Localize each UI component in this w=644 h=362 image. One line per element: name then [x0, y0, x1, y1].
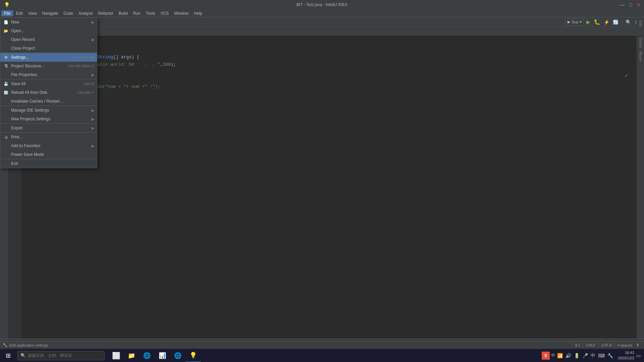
ime-label[interactable]: 中 — [551, 353, 555, 358]
system-tray: S 中 📶 🔊 🔋 🎤 中 ⌨ 🔧 16:42 2020/12/2 ▭ — [542, 350, 644, 361]
search-bar[interactable]: 🔍 — [17, 351, 105, 360]
show-desktop[interactable]: ▭ — [636, 352, 641, 359]
menu-item-file-properties[interactable]: File Properties ▶ — [0, 70, 97, 79]
taskbar-app-intellij[interactable]: 💡 — [186, 349, 201, 362]
profile-button[interactable]: 🔄 — [612, 19, 620, 25]
menu-item-manage-ide[interactable]: Manage IDE Settings ▶ — [0, 106, 97, 115]
status-sep-2 — [583, 343, 583, 348]
search-icon: 🔍 — [20, 353, 26, 358]
tray-battery[interactable]: 🔋 — [573, 352, 580, 359]
settings-shortcut: Ctrl+Alt+S — [73, 55, 90, 59]
menu-item-export[interactable]: Export ▶ — [0, 124, 97, 132]
project-structure-icon: 🏗 — [3, 63, 9, 69]
line-ending[interactable]: CRLF — [584, 343, 598, 347]
menu-edit[interactable]: Edit — [13, 10, 25, 16]
maximize-button[interactable]: □ — [628, 2, 633, 7]
search-everywhere-btn[interactable]: 🔍 — [625, 19, 632, 25]
tray-volume[interactable]: 🔊 — [565, 352, 572, 359]
new-projects-label: New Projects Settings — [11, 117, 90, 121]
close-button[interactable]: ✕ — [636, 2, 641, 7]
exit-icon — [3, 161, 9, 167]
menu-item-invalidate[interactable]: Invalidate Caches / Restart... — [0, 97, 97, 106]
menu-item-save-all[interactable]: 💾 Save All Ctrl+S — [0, 79, 97, 88]
tray-network[interactable]: 📶 — [556, 352, 564, 359]
code-editor[interactable]: public class Test { public static void m… — [21, 36, 637, 108]
menu-vcs[interactable]: VCS — [158, 10, 172, 16]
taskbar-app-matlab[interactable]: 📊 — [155, 349, 170, 362]
menu-item-settings[interactable]: ⚙ Settings... Ctrl+Alt+S ▶ — [0, 53, 97, 62]
recent-arrow: ▶ — [92, 38, 94, 42]
coverage-button[interactable]: ⚡ — [603, 19, 610, 25]
menu-view[interactable]: View — [25, 10, 40, 16]
clock-date: 2020/12/2 — [618, 356, 634, 361]
menu-item-exit[interactable]: Exit — [0, 159, 97, 168]
debug-button[interactable]: 🐛 — [593, 19, 601, 25]
taskbar-app-explorer[interactable]: 📁 — [124, 349, 139, 362]
gradle-panel[interactable]: Gradle — [638, 37, 643, 49]
tray-extra[interactable]: 🔧 — [607, 352, 614, 359]
settings-label: Settings... — [11, 55, 73, 60]
new-arrow: ▶ — [92, 20, 94, 24]
tray-mic[interactable]: 🎤 — [582, 352, 589, 359]
menu-file[interactable]: File — [1, 10, 13, 16]
indent-settings[interactable]: 4 spaces — [615, 343, 634, 347]
menu-build[interactable]: Build — [116, 10, 130, 16]
menu-item-reload[interactable]: 🔄 Reload All from Disk Ctrl+Alt+Y — [0, 88, 97, 97]
dropdown-icon: ▾ — [580, 20, 582, 24]
add-favorites-label: Add to Favorites — [11, 143, 90, 148]
menu-run[interactable]: Run — [130, 10, 143, 16]
taskbar-apps: ⬜ 📁 🌐 📊 🌐 💡 — [109, 349, 201, 362]
menu-item-new-projects[interactable]: New Projects Settings ▶ — [0, 115, 97, 123]
encoding[interactable]: UTF-8 — [599, 343, 614, 347]
upload-icon[interactable]: ⬆ — [634, 343, 641, 347]
save-icon: 💾 — [3, 81, 9, 87]
system-clock[interactable]: 16:42 2020/12/2 — [618, 350, 634, 361]
search-input[interactable] — [28, 353, 95, 358]
settings-hint[interactable]: 🔧 — [3, 343, 7, 347]
status-sep-3 — [598, 343, 599, 348]
menu-navigate[interactable]: Navigate — [40, 10, 61, 16]
ime-indicator[interactable]: S — [542, 352, 550, 360]
file-properties-label: File Properties — [11, 72, 90, 77]
invalidate-icon — [3, 98, 9, 104]
menu-item-open-recent[interactable]: Open Recent ▶ — [0, 35, 97, 44]
taskbar-app-taskview[interactable]: ⬜ — [109, 349, 123, 362]
minimize-button[interactable]: — — [620, 2, 625, 7]
editor-area[interactable]: 1 2 3 4 5 6 7 8 9 public class Test { pu… — [8, 36, 637, 345]
run-config-selector[interactable]: ▶ Test ▾ — [565, 18, 584, 26]
settings-icon: ⚙ — [3, 54, 9, 60]
menu-tools[interactable]: Tools — [143, 10, 158, 16]
menu-help[interactable]: Help — [191, 10, 205, 16]
menu-item-power-save[interactable]: Power Save Mode — [0, 150, 97, 159]
menu-refactor[interactable]: Refactor — [96, 10, 116, 16]
window-title: BIT - Test.java - IntelliJ IDEA — [297, 2, 347, 7]
menu-item-project-structure[interactable]: 🏗 Project Structure... Ctrl+Alt+Shift+S — [0, 62, 97, 70]
maven-panel[interactable]: Maven — [638, 50, 643, 63]
save-all-label: Save All — [11, 81, 84, 86]
print-icon: 🖨 — [3, 134, 9, 140]
edit-app-settings[interactable]: Edit application settings — [7, 343, 50, 347]
exit-label: Exit — [11, 161, 94, 166]
menu-analyze[interactable]: Analyze — [76, 10, 96, 16]
run-button[interactable]: ▶ — [585, 19, 591, 25]
menu-item-open[interactable]: 📂 Open... — [0, 26, 97, 35]
menu-item-close-project[interactable]: Close Project — [0, 44, 97, 53]
tray-chinese[interactable]: 中 — [590, 352, 596, 359]
code-line-8: } — [21, 90, 637, 98]
code-line-3: public static void main(String[] args) { — [21, 54, 637, 61]
export-label: Export — [11, 126, 90, 130]
code-line-1 — [21, 39, 637, 46]
start-button[interactable]: ⊞ — [0, 349, 16, 362]
cursor-position[interactable]: 9:1 — [573, 343, 582, 347]
manage-ide-icon — [3, 107, 9, 113]
menu-code[interactable]: Code — [61, 10, 76, 16]
code-line-5: // int num = 10; — [21, 68, 637, 76]
menu-window[interactable]: Window — [171, 10, 191, 16]
power-save-label: Power Save Mode — [11, 152, 94, 157]
tray-keyboard[interactable]: ⌨ — [597, 352, 605, 359]
menu-item-add-favorites[interactable]: Add to Favorites ▶ — [0, 141, 97, 150]
taskbar-app-chrome[interactable]: 🌐 — [170, 349, 185, 362]
menu-item-print[interactable]: 🖨 Print... — [0, 133, 97, 141]
taskbar-app-edge[interactable]: 🌐 — [140, 349, 154, 362]
menu-item-new[interactable]: 📄 New ▶ — [0, 18, 97, 26]
